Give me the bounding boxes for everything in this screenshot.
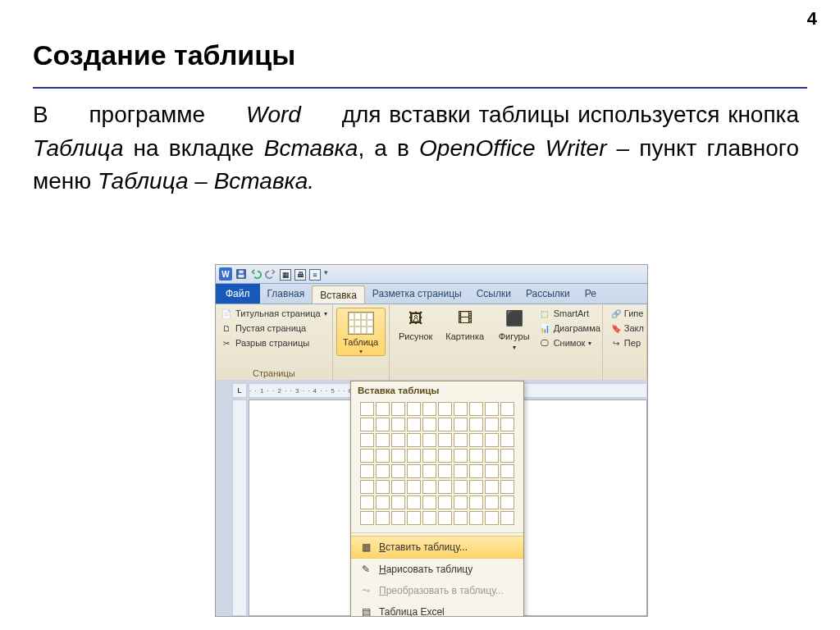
qat-icon[interactable]: 🖶	[294, 268, 306, 280]
grid-cell[interactable]	[469, 464, 483, 478]
grid-cell[interactable]	[422, 495, 436, 509]
grid-cell[interactable]	[438, 480, 452, 494]
qat-icon[interactable]: ▦	[280, 268, 291, 280]
grid-cell[interactable]	[454, 511, 468, 525]
tab-references[interactable]: Ссылки	[469, 284, 518, 304]
grid-cell[interactable]	[438, 495, 452, 509]
grid-cell[interactable]	[407, 433, 421, 447]
grid-cell[interactable]	[407, 495, 421, 509]
grid-cell[interactable]	[485, 480, 499, 494]
qat-dropdown-icon[interactable]: ▾	[324, 268, 336, 280]
grid-cell[interactable]	[360, 402, 374, 416]
grid-cell[interactable]	[500, 480, 514, 494]
grid-cell[interactable]	[391, 402, 405, 416]
tab-page-layout[interactable]: Разметка страницы	[365, 284, 469, 304]
grid-cell[interactable]	[500, 418, 514, 431]
grid-cell[interactable]	[454, 480, 468, 494]
grid-cell[interactable]	[454, 433, 468, 447]
grid-cell[interactable]	[485, 464, 499, 478]
grid-cell[interactable]	[407, 449, 421, 463]
tab-file[interactable]: Файл	[216, 284, 260, 304]
grid-cell[interactable]	[438, 418, 452, 431]
clipart-button[interactable]: 🎞 Картинка	[444, 308, 486, 351]
grid-cell[interactable]	[422, 402, 436, 416]
grid-cell[interactable]	[454, 464, 468, 478]
redo-icon[interactable]	[265, 268, 276, 280]
grid-cell[interactable]	[391, 464, 405, 478]
dropdown-item-excel[interactable]: ▤Таблица Excel	[351, 601, 523, 617]
grid-cell[interactable]	[500, 402, 514, 416]
dropdown-item-insert_table[interactable]: ▦Вставить таблицу...	[351, 536, 523, 559]
tab-insert[interactable]: Вставка	[312, 285, 365, 304]
grid-cell[interactable]	[422, 418, 436, 431]
grid-cell[interactable]	[485, 418, 499, 431]
grid-cell[interactable]	[422, 511, 436, 525]
table-size-grid[interactable]	[360, 402, 514, 525]
grid-cell[interactable]	[469, 433, 483, 447]
page-break-button[interactable]: ✂ Разрыв страницы	[221, 337, 327, 349]
grid-cell[interactable]	[407, 480, 421, 494]
grid-cell[interactable]	[376, 464, 390, 478]
grid-cell[interactable]	[360, 433, 374, 447]
grid-cell[interactable]	[485, 449, 499, 463]
grid-cell[interactable]	[376, 449, 390, 463]
grid-cell[interactable]	[500, 449, 514, 463]
grid-cell[interactable]	[376, 418, 390, 431]
grid-cell[interactable]	[485, 511, 499, 525]
grid-cell[interactable]	[407, 418, 421, 431]
grid-cell[interactable]	[376, 511, 390, 525]
chart-button[interactable]: 📊 Диаграмма	[539, 322, 600, 334]
grid-cell[interactable]	[454, 495, 468, 509]
grid-cell[interactable]	[469, 511, 483, 525]
undo-icon[interactable]	[250, 268, 262, 280]
grid-cell[interactable]	[469, 495, 483, 509]
grid-cell[interactable]	[485, 402, 499, 416]
grid-cell[interactable]	[469, 402, 483, 416]
vertical-ruler[interactable]	[232, 399, 247, 616]
grid-cell[interactable]	[438, 449, 452, 463]
qat-icon[interactable]: ≡	[309, 268, 321, 280]
grid-cell[interactable]	[500, 495, 514, 509]
grid-cell[interactable]	[438, 464, 452, 478]
table-button[interactable]: Таблица ▾	[336, 308, 386, 356]
grid-cell[interactable]	[438, 433, 452, 447]
grid-cell[interactable]	[422, 464, 436, 478]
grid-cell[interactable]	[454, 449, 468, 463]
grid-cell[interactable]	[485, 433, 499, 447]
grid-cell[interactable]	[469, 418, 483, 431]
tab-review-cut[interactable]: Ре	[578, 284, 604, 304]
grid-cell[interactable]	[422, 480, 436, 494]
picture-button[interactable]: 🖼 Рисунок	[395, 308, 437, 351]
grid-cell[interactable]	[454, 418, 468, 431]
grid-cell[interactable]	[438, 402, 452, 416]
grid-cell[interactable]	[376, 402, 390, 416]
bookmark-button[interactable]: 🔖 Закл	[610, 322, 646, 334]
save-icon[interactable]	[235, 268, 247, 280]
grid-cell[interactable]	[500, 464, 514, 478]
blank-page-button[interactable]: 🗋 Пустая страница	[221, 322, 327, 334]
grid-cell[interactable]	[360, 480, 374, 494]
grid-cell[interactable]	[360, 511, 374, 525]
grid-cell[interactable]	[376, 495, 390, 509]
smartart-button[interactable]: ⬚ SmartArt	[539, 308, 600, 319]
grid-cell[interactable]	[485, 495, 499, 509]
grid-cell[interactable]	[391, 433, 405, 447]
grid-cell[interactable]	[391, 449, 405, 463]
grid-cell[interactable]	[376, 480, 390, 494]
grid-cell[interactable]	[407, 511, 421, 525]
grid-cell[interactable]	[454, 402, 468, 416]
tab-home[interactable]: Главная	[260, 284, 313, 304]
grid-cell[interactable]	[391, 418, 405, 431]
grid-cell[interactable]	[391, 495, 405, 509]
grid-cell[interactable]	[391, 511, 405, 525]
grid-cell[interactable]	[407, 464, 421, 478]
grid-cell[interactable]	[500, 511, 514, 525]
hyperlink-button[interactable]: 🔗 Гипе	[610, 308, 646, 319]
dropdown-item-draw_table[interactable]: ✎Нарисовать таблицу	[351, 559, 523, 580]
screenshot-button[interactable]: 🖵 Снимок ▾	[539, 337, 600, 349]
grid-cell[interactable]	[422, 433, 436, 447]
grid-cell[interactable]	[360, 464, 374, 478]
grid-cell[interactable]	[360, 495, 374, 509]
shapes-button[interactable]: ⬛ Фигуры ▾	[493, 308, 536, 351]
grid-cell[interactable]	[422, 449, 436, 463]
